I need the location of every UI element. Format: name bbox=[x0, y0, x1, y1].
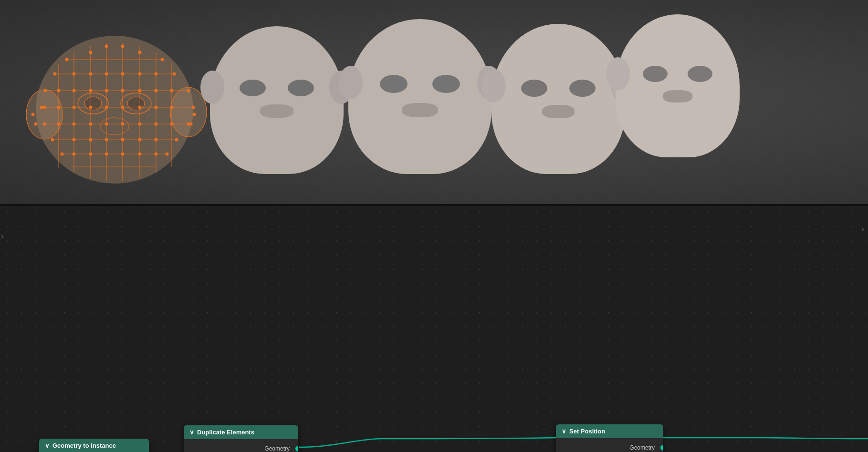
node-title-duplicate: Duplicate Elements bbox=[197, 429, 254, 436]
node-geometry-to-instance[interactable]: ∨ Geometry to Instance Instances Geometr… bbox=[39, 439, 149, 452]
svg-point-83 bbox=[65, 58, 69, 62]
svg-point-57 bbox=[121, 123, 125, 126]
node-editor[interactable]: › › ∨ Geometry to Instance Instances Geo… bbox=[0, 205, 868, 452]
svg-point-84 bbox=[89, 51, 93, 54]
svg-point-72 bbox=[89, 153, 93, 156]
svg-point-28 bbox=[121, 72, 125, 76]
monkey-head-2 bbox=[210, 26, 344, 174]
svg-point-34 bbox=[73, 89, 76, 92]
monkey-head-4 bbox=[492, 24, 625, 174]
svg-point-81 bbox=[193, 113, 196, 116]
svg-point-56 bbox=[105, 123, 108, 126]
svg-point-45 bbox=[89, 106, 93, 109]
svg-point-53 bbox=[57, 123, 61, 126]
svg-point-50 bbox=[170, 106, 174, 109]
chevron-icon-sp: ∨ bbox=[562, 428, 566, 435]
svg-point-80 bbox=[34, 123, 38, 126]
node-connections bbox=[0, 205, 868, 452]
svg-point-31 bbox=[173, 72, 176, 76]
node-title-geo-to-instance: Geometry to Instance bbox=[52, 442, 116, 449]
svg-point-79 bbox=[31, 113, 35, 116]
svg-point-24 bbox=[53, 72, 57, 76]
svg-point-22 bbox=[127, 97, 145, 110]
svg-point-70 bbox=[61, 153, 64, 156]
node-row-geometry-output-sp: Geometry bbox=[556, 441, 663, 452]
svg-point-59 bbox=[155, 123, 158, 126]
svg-point-44 bbox=[73, 106, 76, 109]
svg-point-58 bbox=[138, 123, 142, 126]
svg-point-73 bbox=[105, 153, 108, 156]
svg-point-40 bbox=[170, 89, 174, 92]
geometry-socket-out-dup bbox=[295, 446, 298, 452]
svg-point-82 bbox=[189, 123, 193, 126]
svg-point-2 bbox=[170, 87, 207, 137]
node-duplicate-elements[interactable]: ∨ Duplicate Elements Geometry Duplicate … bbox=[184, 425, 298, 452]
node-row-geometry-output: Geometry bbox=[184, 442, 298, 452]
svg-point-52 bbox=[43, 123, 46, 126]
svg-point-32 bbox=[44, 89, 47, 92]
geometry-socket-out-sp bbox=[660, 445, 663, 451]
svg-point-60 bbox=[170, 123, 174, 126]
monkey-head-3 bbox=[348, 19, 492, 174]
svg-point-86 bbox=[121, 45, 125, 48]
left-edge-arrow: › bbox=[1, 231, 4, 241]
geometry-output-label-sp: Geometry bbox=[561, 444, 659, 451]
node-header-geo-to-instance: ∨ Geometry to Instance bbox=[39, 439, 149, 452]
svg-point-27 bbox=[105, 72, 108, 76]
svg-point-88 bbox=[161, 58, 164, 62]
chevron-icon-dup: ∨ bbox=[189, 429, 194, 436]
svg-point-66 bbox=[121, 138, 125, 142]
svg-point-25 bbox=[73, 72, 76, 76]
svg-point-48 bbox=[138, 106, 142, 109]
svg-point-54 bbox=[73, 123, 76, 126]
node-title-set-position: Set Position bbox=[569, 428, 605, 435]
svg-point-71 bbox=[73, 153, 76, 156]
right-edge-arrow: › bbox=[861, 224, 864, 234]
svg-point-49 bbox=[155, 106, 158, 109]
svg-point-67 bbox=[138, 138, 142, 142]
svg-point-41 bbox=[187, 89, 190, 92]
svg-point-78 bbox=[43, 106, 46, 109]
svg-point-46 bbox=[105, 106, 108, 109]
svg-point-64 bbox=[89, 138, 93, 142]
3d-viewport[interactable] bbox=[0, 0, 868, 205]
svg-point-38 bbox=[138, 89, 142, 92]
svg-point-63 bbox=[73, 138, 76, 142]
svg-point-65 bbox=[105, 138, 108, 142]
svg-point-37 bbox=[121, 89, 125, 92]
node-header-duplicate: ∨ Duplicate Elements bbox=[184, 425, 298, 439]
svg-point-77 bbox=[166, 153, 169, 156]
svg-point-69 bbox=[175, 138, 178, 142]
svg-point-36 bbox=[105, 89, 108, 92]
svg-point-51 bbox=[192, 106, 195, 109]
geometry-output-label: Geometry bbox=[188, 445, 293, 452]
node-set-position[interactable]: ∨ Set Position Geometry Geometry Selecti… bbox=[556, 424, 663, 452]
svg-point-87 bbox=[138, 51, 142, 54]
svg-point-39 bbox=[155, 89, 158, 92]
svg-point-33 bbox=[57, 89, 61, 92]
svg-point-85 bbox=[105, 45, 108, 48]
svg-point-76 bbox=[155, 153, 158, 156]
svg-point-29 bbox=[138, 72, 142, 76]
svg-point-43 bbox=[57, 106, 61, 109]
svg-point-26 bbox=[89, 72, 93, 76]
svg-point-62 bbox=[51, 138, 54, 142]
node-header-set-position: ∨ Set Position bbox=[556, 424, 663, 438]
monkey-head-5 bbox=[616, 14, 740, 157]
svg-point-75 bbox=[138, 153, 142, 156]
svg-point-42 bbox=[40, 106, 43, 109]
svg-point-21 bbox=[84, 97, 102, 110]
svg-point-55 bbox=[89, 123, 93, 126]
svg-point-74 bbox=[121, 153, 125, 156]
svg-point-35 bbox=[89, 89, 93, 92]
chevron-icon: ∨ bbox=[45, 442, 50, 449]
svg-point-47 bbox=[121, 106, 125, 109]
svg-point-68 bbox=[155, 138, 158, 142]
svg-point-30 bbox=[155, 72, 158, 76]
editor-divider bbox=[0, 204, 868, 206]
wireframe-monkey bbox=[26, 21, 212, 198]
